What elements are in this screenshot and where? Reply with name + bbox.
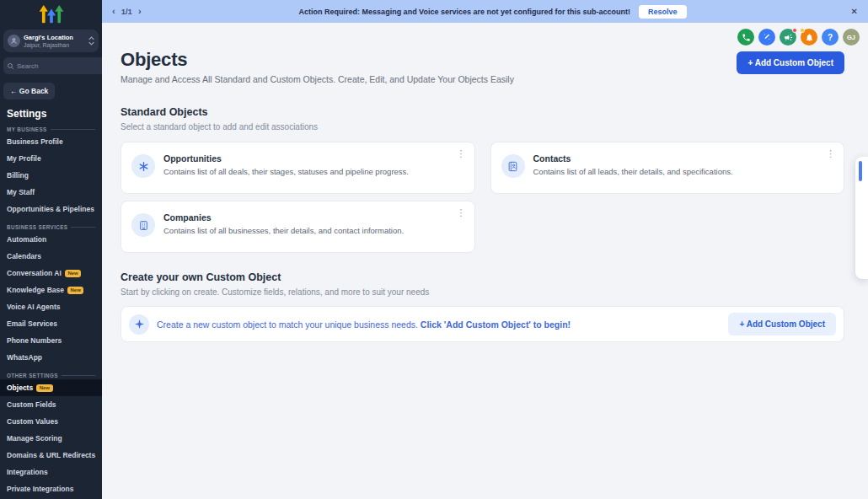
new-badge: New <box>67 287 83 294</box>
card-title: Contacts <box>533 153 733 164</box>
sidebar-item-integrations[interactable]: Integrations <box>0 464 102 480</box>
location-labels: Gargi's Location Jaipur, Rajasthan <box>24 34 85 48</box>
go-back-button[interactable]: ← Go Back <box>3 83 55 99</box>
search-icon <box>7 62 14 70</box>
phone-icon <box>742 33 751 42</box>
card-title: Companies <box>163 212 404 223</box>
resolve-button[interactable]: Resolve <box>639 5 687 19</box>
sidebar-item-my-profile[interactable]: My Profile <box>0 150 102 167</box>
sparkle-icon <box>134 319 145 330</box>
search-input[interactable] <box>17 62 102 70</box>
object-card-opportunities[interactable]: Opportunities Contains list of all deals… <box>121 142 475 194</box>
standard-objects-subtitle: Select a standard object to add and edit… <box>121 122 844 131</box>
banner-message: Action Required: Messaging and Voice ser… <box>299 8 630 16</box>
pager-prev-icon[interactable]: ‹ <box>112 7 115 16</box>
sidebar-item-custom-values[interactable]: Custom Values <box>0 413 102 430</box>
page-title: Objects <box>121 49 514 71</box>
banner-close-icon[interactable]: ✕ <box>851 7 858 16</box>
search-box[interactable]: ⌘K <box>3 57 102 74</box>
location-name: Gargi's Location <box>24 34 85 41</box>
topbar-icon-row: ? GJ <box>102 23 868 46</box>
sidebar-item-opportunities-pipelines[interactable]: Opportunities & Pipelines <box>0 201 102 217</box>
add-custom-object-button[interactable]: + Add Custom Object <box>737 51 844 74</box>
sidebar-item-private-integrations[interactable]: Private Integrations <box>0 480 102 497</box>
sidebar-item-label: Custom Fields <box>7 400 56 409</box>
sidebar-item-calendars[interactable]: Calendars <box>0 248 102 265</box>
help-button[interactable]: ? <box>822 29 839 46</box>
launchpad-button[interactable] <box>758 29 775 46</box>
new-badge: New <box>65 270 81 277</box>
sidebar-item-label: My Profile <box>7 154 41 163</box>
custom-object-header: Create your own Custom Object Start by c… <box>102 271 868 297</box>
section-label-text: OTHER SETTINGS <box>7 373 58 378</box>
custom-object-subtitle: Start by clicking on create. Customize f… <box>121 287 844 297</box>
page-header-text: Objects Manage and Access All Standard a… <box>121 49 514 84</box>
sidebar-item-label: Domains & URL Redirects <box>7 451 95 459</box>
kebab-menu-icon[interactable]: ⋮ <box>457 208 466 217</box>
sidebar-item-conversation-ai[interactable]: Conversation AI New <box>0 265 102 282</box>
rocket-wand-icon <box>762 32 772 42</box>
sidebar-item-label: Voice AI Agents <box>7 303 60 311</box>
object-card-contacts[interactable]: Contacts Contains list of all leads, the… <box>490 142 845 194</box>
main-content: ‹ 1/1 › Action Required: Messaging and V… <box>102 0 868 499</box>
address-book-icon <box>507 161 518 172</box>
sidebar-item-automation[interactable]: Automation <box>0 231 102 248</box>
standard-objects-grid: Opportunities Contains list of all deals… <box>121 142 844 253</box>
highlevel-logo-icon <box>35 4 67 24</box>
megaphone-icon <box>784 33 793 42</box>
sidebar-item-whatsapp[interactable]: WhatsApp <box>0 349 102 366</box>
standard-objects-title: Standard Objects <box>121 106 844 118</box>
object-card-companies[interactable]: Companies Contains list of all businesse… <box>121 201 475 253</box>
sidebar-item-manage-scoring[interactable]: Manage Scoring <box>0 430 102 447</box>
sidebar-item-label: My Staff <box>7 188 35 196</box>
contacts-icon <box>501 154 525 178</box>
sidebar-item-knowledge-base[interactable]: Knowledge Base New <box>0 282 102 298</box>
avatar-initials: GJ <box>847 34 855 41</box>
notifications-button[interactable] <box>801 29 817 46</box>
sidebar-item-my-staff[interactable]: My Staff <box>0 184 102 201</box>
announcements-button[interactable] <box>780 29 796 46</box>
phone-dialer-button[interactable] <box>737 29 754 46</box>
sidebar-item-label: Objects <box>7 384 33 392</box>
location-avatar <box>8 35 20 47</box>
bell-icon <box>805 33 814 42</box>
add-custom-object-secondary-button[interactable]: + Add Custom Object <box>728 313 836 335</box>
floating-side-widget[interactable] <box>855 157 868 279</box>
user-avatar[interactable]: GJ <box>843 29 860 46</box>
location-switcher[interactable]: Gargi's Location Jaipur, Rajasthan <box>3 30 99 52</box>
section-label-business-services: BUSINESS SERVICES <box>7 224 95 230</box>
sidebar-item-label: Conversation AI <box>7 269 62 277</box>
action-required-banner: ‹ 1/1 › Action Required: Messaging and V… <box>102 0 868 23</box>
sidebar-item-billing[interactable]: Billing <box>0 167 102 184</box>
sidebar-item-voice-ai-agents[interactable]: Voice AI Agents <box>0 298 102 315</box>
sidebar-item-label: Automation <box>7 235 46 244</box>
card-title: Opportunities <box>163 153 409 164</box>
create-custom-object-banner: Create a new custom object to match your… <box>121 306 844 342</box>
sidebar-item-objects[interactable]: Objects New <box>0 379 102 396</box>
banner-pager: ‹ 1/1 › <box>112 7 142 16</box>
new-badge: New <box>36 384 52 392</box>
sidebar-item-label: Private Integrations <box>7 485 73 493</box>
notification-dot <box>792 28 797 33</box>
sidebar-item-business-profile[interactable]: Business Profile <box>0 133 102 150</box>
kebab-menu-icon[interactable]: ⋮ <box>826 149 835 158</box>
pager-count: 1/1 <box>121 7 132 16</box>
sidebar-item-label: Knowledge Base <box>7 286 64 294</box>
sidebar-search-row: ⌘K + <box>3 57 99 74</box>
sidebar-item-label: Email Services <box>7 319 57 328</box>
sidebar-item-label: Integrations <box>7 468 48 476</box>
sidebar-item-label: Manage Scoring <box>7 434 62 443</box>
cta-text-normal: Create a new custom object to match your… <box>157 319 418 330</box>
logo-container <box>0 0 102 29</box>
sidebar-item-email-services[interactable]: Email Services <box>0 315 102 332</box>
kebab-menu-icon[interactable]: ⋮ <box>457 149 466 158</box>
section-label-text: MY BUSINESS <box>7 126 47 132</box>
cta-text-bold: Click 'Add Custom Object' to begin! <box>421 319 571 330</box>
sidebar-item-custom-fields[interactable]: Custom Fields <box>0 396 102 413</box>
sidebar-item-domains-url-redirects[interactable]: Domains & URL Redirects <box>0 447 102 464</box>
sidebar-item-label: Billing <box>7 171 29 180</box>
companies-icon <box>131 213 155 237</box>
person-icon <box>10 37 18 45</box>
card-text: Contacts Contains list of all leads, the… <box>533 153 733 182</box>
sidebar-item-phone-numbers[interactable]: Phone Numbers <box>0 332 102 349</box>
